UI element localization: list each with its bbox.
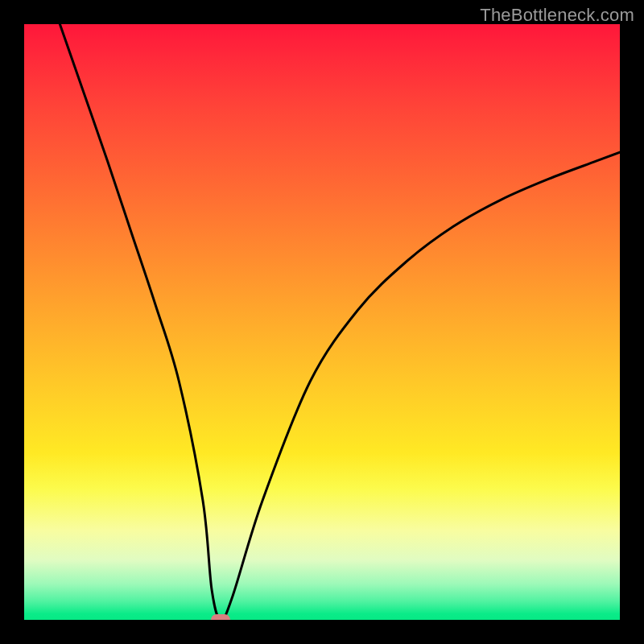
chart-frame: TheBottleneck.com xyxy=(0,0,644,644)
minimum-marker xyxy=(211,614,230,620)
plot-area xyxy=(24,24,620,620)
bottleneck-curve xyxy=(24,24,620,620)
watermark-text: TheBottleneck.com xyxy=(480,5,634,26)
